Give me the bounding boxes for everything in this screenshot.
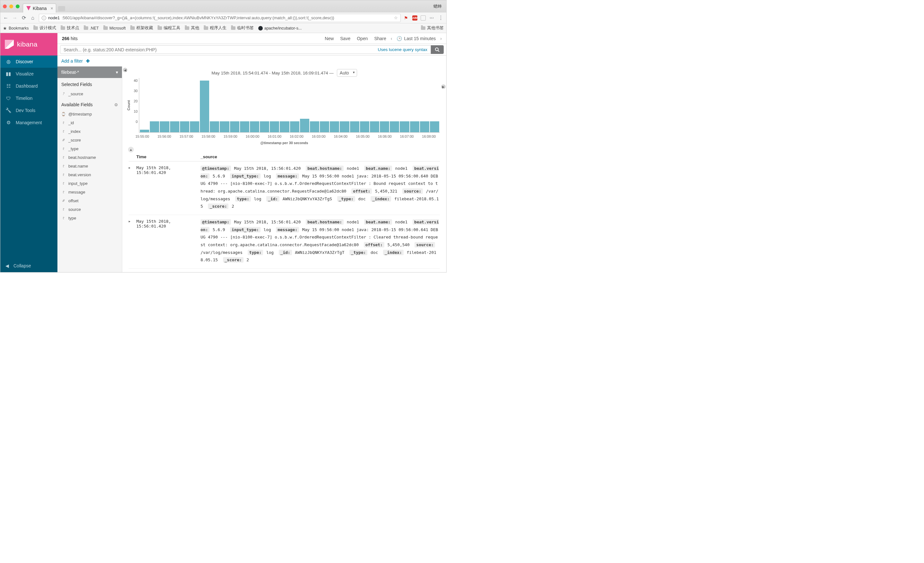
bookmark-item[interactable]: 其他 — [185, 26, 199, 31]
add-filter-link[interactable]: Add a filter ✚ — [61, 59, 90, 63]
bookmark-item[interactable]: 程序人生 — [204, 26, 226, 31]
bookmark-item[interactable]: 编程工具 — [158, 26, 180, 31]
scroll-up-icon[interactable]: ▲ — [128, 147, 134, 152]
address-bar[interactable]: i node1:5601/app/kibana#/discover?_g=()&… — [39, 14, 401, 22]
histogram-bar[interactable] — [170, 121, 179, 132]
field-item[interactable]: ?_source — [57, 90, 122, 98]
site-info-icon[interactable]: i — [42, 16, 46, 20]
histogram-chart[interactable]: Count 403020100 — [122, 78, 446, 132]
histogram-bar[interactable] — [420, 121, 429, 132]
histogram-bar[interactable] — [230, 121, 239, 132]
field-item[interactable]: #_score — [57, 136, 122, 144]
bookmark-item[interactable]: apache/incubator-s... — [258, 26, 302, 30]
fields-settings-icon[interactable]: ⚙ — [114, 102, 118, 107]
bookmark-item[interactable]: .NET — [84, 26, 99, 30]
field-item[interactable]: tinput_type — [57, 179, 122, 188]
search-button[interactable] — [431, 45, 444, 54]
back-icon[interactable]: ← — [3, 15, 9, 21]
bookmark-item[interactable]: Microsoft — [103, 26, 126, 30]
expand-row-icon[interactable]: ▸ — [129, 272, 136, 272]
histogram-bar[interactable] — [240, 121, 249, 132]
histogram-bar[interactable] — [380, 121, 389, 132]
histogram-bar[interactable] — [360, 121, 369, 132]
tab-close-icon[interactable]: × — [50, 6, 53, 11]
histogram-bar[interactable] — [310, 121, 319, 132]
histogram-bar[interactable] — [280, 121, 289, 132]
new-button[interactable]: New — [325, 36, 334, 41]
reload-icon[interactable]: ⟳ — [21, 15, 27, 21]
col-source-header[interactable]: _source — [201, 155, 440, 159]
histogram-bar[interactable] — [330, 121, 339, 132]
histogram-bar[interactable] — [220, 121, 229, 132]
new-tab-button[interactable] — [58, 6, 65, 11]
histogram-bar[interactable] — [410, 121, 419, 132]
histogram-bar[interactable] — [350, 121, 359, 132]
histogram-bar[interactable] — [260, 121, 269, 132]
extension-label[interactable]: 蟋蟀 — [434, 3, 442, 9]
home-icon[interactable]: ⌂ — [30, 15, 36, 21]
histogram-bar[interactable] — [370, 121, 379, 132]
bookmark-item[interactable]: 设计模式 — [33, 26, 56, 31]
bookmark-item[interactable]: 临时书签 — [231, 26, 254, 31]
sidebar-item-dashboard[interactable]: ☷Dashboard — [0, 80, 57, 92]
expand-row-icon[interactable]: ▸ — [129, 165, 136, 210]
histogram-bar[interactable] — [160, 121, 169, 132]
histogram-bar[interactable] — [290, 121, 299, 132]
window-close-icon[interactable] — [3, 5, 7, 8]
sidebar-item-visualize[interactable]: ▮▮Visualize — [0, 68, 57, 80]
histogram-bar[interactable] — [400, 121, 409, 132]
time-picker[interactable]: 🕒Last 15 minutes — [396, 36, 436, 41]
menu-icon[interactable]: ⋮ — [438, 15, 444, 21]
sidebar-item-devtools[interactable]: 🔧Dev Tools — [0, 104, 57, 117]
save-button[interactable]: Save — [340, 36, 350, 41]
index-pattern-select[interactable]: filebeat-* ▾ — [57, 66, 122, 78]
histogram-bar[interactable] — [180, 121, 189, 132]
histogram-bar[interactable] — [300, 119, 309, 132]
more-extensions-icon[interactable]: ‹‹› — [429, 16, 435, 20]
field-item[interactable]: #offset — [57, 197, 122, 205]
histogram-bar[interactable] — [150, 121, 159, 132]
field-item[interactable]: ttype — [57, 214, 122, 222]
flag-extension-icon[interactable]: ⚑ — [404, 15, 409, 21]
extension-icon[interactable] — [421, 15, 426, 21]
histogram-bar[interactable] — [190, 121, 199, 132]
collapse-fields-icon[interactable]: ◀ — [123, 68, 128, 72]
bookmark-star-icon[interactable]: ☆ — [394, 15, 398, 20]
sidebar-item-discover[interactable]: ◎Discover — [0, 56, 57, 68]
time-prev-icon[interactable]: ‹ — [391, 36, 392, 41]
field-item[interactable]: tmessage — [57, 188, 122, 197]
col-time-header[interactable]: Time — [136, 155, 201, 159]
histogram-bar[interactable] — [210, 121, 219, 132]
field-item[interactable]: tbeat.hostname — [57, 153, 122, 162]
histogram-bar[interactable] — [270, 121, 279, 132]
share-button[interactable]: Share — [374, 36, 386, 41]
interval-select[interactable]: Auto — [337, 69, 357, 77]
abp-extension-icon[interactable]: ABP — [412, 15, 417, 21]
search-input[interactable] — [63, 47, 378, 52]
histogram-bar[interactable] — [140, 130, 149, 132]
field-item[interactable]: ⌚@timestamp — [57, 110, 122, 119]
histogram-bar[interactable] — [250, 121, 259, 132]
open-button[interactable]: Open — [357, 36, 368, 41]
bookmark-item[interactable]: 技术点 — [61, 26, 79, 31]
bookmark-item[interactable]: 框架收藏 — [130, 26, 153, 31]
time-next-icon[interactable]: › — [440, 36, 442, 41]
histogram-bar[interactable] — [320, 121, 329, 132]
search-hint[interactable]: Uses lucene query syntax — [378, 47, 428, 52]
field-item[interactable]: tbeat.version — [57, 170, 122, 179]
histogram-bar[interactable] — [430, 121, 439, 132]
browser-tab[interactable]: Kibana × — [23, 3, 56, 12]
sidebar-item-timelion[interactable]: 🛡Timelion — [0, 92, 57, 104]
histogram-bar[interactable] — [390, 121, 399, 132]
field-item[interactable]: t_index — [57, 127, 122, 136]
expand-row-icon[interactable]: ▸ — [129, 218, 136, 264]
bookmark-other[interactable]: 其他书签 — [421, 26, 444, 31]
window-minimize-icon[interactable] — [9, 5, 13, 8]
bookmark-item[interactable]: ★Bookmarks — [3, 26, 29, 31]
field-item[interactable]: t_id — [57, 119, 122, 127]
window-maximize-icon[interactable] — [16, 5, 20, 8]
sidebar-item-management[interactable]: ⚙Management — [0, 117, 57, 129]
histogram-bar[interactable] — [200, 81, 209, 132]
field-item[interactable]: tsource — [57, 205, 122, 214]
histogram-bar[interactable] — [340, 121, 349, 132]
